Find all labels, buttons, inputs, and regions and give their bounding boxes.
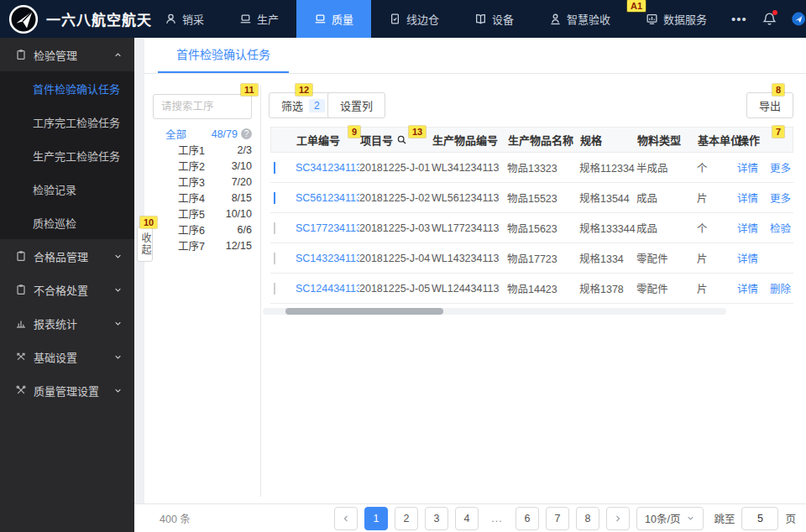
process-filter-item[interactable]: 工序6 6/6 <box>153 222 252 237</box>
tab-bar: 首件检验确认任务 <box>144 38 806 74</box>
page-button[interactable]: 4 <box>455 507 479 530</box>
row-checkbox[interactable] <box>274 162 275 174</box>
detail-link[interactable]: 详情 <box>737 250 758 266</box>
row-checkbox[interactable] <box>274 192 275 204</box>
tab-first-article-inspection[interactable]: 首件检验确认任务 <box>158 45 289 73</box>
page-button[interactable]: 7 <box>546 507 569 530</box>
item-name: 物品15523 <box>507 190 579 206</box>
process-filter-item[interactable]: 工序7 12/15 <box>153 237 252 253</box>
filter-count-badge: 2 <box>309 99 325 112</box>
top-nav-item[interactable]: 线边仓 <box>371 0 457 38</box>
material-type: 零配件 <box>636 280 697 296</box>
process-filter-item[interactable]: 工序3 7/20 <box>153 174 252 190</box>
column-header: 生产物品名称 <box>508 132 580 148</box>
process-filter-item[interactable]: 工序2 3/10 <box>153 158 252 174</box>
base-unit: 片 <box>697 190 737 206</box>
process-filter-item[interactable]: 工序4 8/15 <box>153 190 252 206</box>
main-panel: 首件检验确认任务 筛选 2 设置列 导出 全部 48/79 <box>144 38 806 503</box>
sidebar-group-label: 报表统计 <box>34 316 107 331</box>
sidebar-group[interactable]: 不合格处置 <box>0 273 134 306</box>
process-filter-item[interactable]: 工序1 2/3 <box>153 142 252 158</box>
top-nav-item[interactable]: 销采 <box>147 0 222 38</box>
sidebar-group[interactable]: 基础设置 <box>0 340 134 373</box>
sidebar-subitem[interactable]: 首件检验确认任务 <box>0 71 134 105</box>
user-menu[interactable]: 吴东阳 <box>792 0 806 43</box>
collapse-panel-button[interactable]: 收起 <box>137 227 153 262</box>
chevron-up-icon <box>113 50 123 60</box>
detail-link[interactable]: 详情 <box>737 190 758 206</box>
project-no: 20181225-J-04 <box>359 253 432 264</box>
som-badge: 10 <box>140 216 157 228</box>
sidebar-subitem[interactable]: 质检巡检 <box>0 206 134 239</box>
sidebar-group-inspection[interactable]: 检验管理 <box>0 38 134 71</box>
spec: 规格133344 <box>579 220 636 236</box>
export-button[interactable]: 导出 <box>746 92 793 118</box>
sidebar-group[interactable]: 质量管理设置 <box>0 373 134 407</box>
chevron-down-icon <box>113 352 123 362</box>
som-badge: 8 <box>772 84 784 96</box>
process-filter-item[interactable]: 工序5 10/10 <box>153 206 252 222</box>
pagination-footer: 400 条 1 2 3 <box>134 503 806 532</box>
panel-divider <box>260 86 261 497</box>
page-button[interactable]: ... <box>485 507 509 530</box>
som-badge: 7 <box>772 126 784 138</box>
work-order-link[interactable]: SC124434113 <box>296 283 359 295</box>
page-button[interactable]: 1 <box>364 507 388 530</box>
detail-link[interactable]: 详情 <box>737 280 758 296</box>
nav-item-icon <box>549 13 562 25</box>
column-settings-button[interactable]: 设置列 <box>327 92 385 118</box>
help-icon[interactable] <box>241 128 252 139</box>
column-header: 操作 <box>738 132 793 148</box>
nav-item-icon <box>474 13 487 25</box>
sidebar-group-icon <box>15 284 27 295</box>
more-action-link[interactable]: 删除 <box>770 280 791 296</box>
search-icon[interactable] <box>396 134 407 145</box>
notification-dot <box>772 10 777 15</box>
top-nav-item[interactable]: 质量 <box>296 0 371 38</box>
sidebar-submenu: 首件检验确认任务 工序完工检验任务 生产完工检验任务 检验记录 质检巡检 <box>0 71 134 239</box>
clipboard-icon <box>15 49 27 60</box>
horizontal-scrollbar-thumb[interactable] <box>285 308 443 315</box>
process-count: 8/15 <box>232 192 252 204</box>
notification-bell-icon[interactable] <box>762 12 777 26</box>
process-filter-all[interactable]: 全部 48/79 <box>153 126 252 142</box>
work-order-link[interactable]: SC177234113 <box>296 222 359 234</box>
row-checkbox[interactable] <box>274 253 275 264</box>
sidebar-subitem-label: 检验记录 <box>33 181 76 197</box>
more-action-link[interactable]: 检验 <box>770 220 791 236</box>
top-nav-item[interactable]: 智慧验收 <box>531 0 628 38</box>
top-navbar: 一六八航空航天 销采 生产 质量 <box>0 0 806 38</box>
som-badge: 12 <box>296 84 312 96</box>
sidebar-groups: 合格品管理 不合格处置 报表统计 基础设置 <box>0 239 134 407</box>
detail-link[interactable]: 详情 <box>737 159 758 175</box>
total-count: 400 条 <box>160 510 191 526</box>
sidebar-group[interactable]: 合格品管理 <box>0 239 134 273</box>
prev-page-button[interactable] <box>334 507 358 530</box>
item-name: 物品15623 <box>507 220 579 236</box>
process-search-input[interactable] <box>153 94 252 119</box>
page-button[interactable]: 8 <box>576 507 599 530</box>
next-page-button[interactable] <box>606 507 630 530</box>
sidebar-group[interactable]: 报表统计 <box>0 306 134 340</box>
sidebar-subitem[interactable]: 检验记录 <box>0 172 134 206</box>
top-nav-item[interactable]: 生产 <box>222 0 296 38</box>
sidebar-subitem[interactable]: 生产完工检验任务 <box>0 138 134 172</box>
more-action-link[interactable]: 更多 <box>770 159 791 175</box>
detail-link[interactable]: 详情 <box>737 220 758 236</box>
page-button[interactable]: 6 <box>516 507 539 530</box>
work-order-link[interactable]: SC561234113 <box>296 192 359 204</box>
page-size-select[interactable]: 10条/页 <box>636 507 704 530</box>
row-checkbox[interactable] <box>274 283 275 295</box>
work-order-link[interactable]: SC143234113 <box>296 253 359 264</box>
sidebar-group-label: 基础设置 <box>34 349 107 365</box>
work-order-link[interactable]: SC341234113 <box>296 162 359 174</box>
row-checkbox[interactable] <box>274 222 275 234</box>
more-action-link[interactable]: 更多 <box>770 190 791 206</box>
jump-page-input[interactable] <box>741 507 778 530</box>
process-count: 2/3 <box>238 144 252 156</box>
page-button[interactable]: 2 <box>395 507 418 530</box>
top-nav-item[interactable]: 设备 <box>457 0 531 38</box>
more-menu-icon[interactable]: ••• <box>731 12 747 26</box>
sidebar-subitem[interactable]: 工序完工检验任务 <box>0 105 134 138</box>
page-button[interactable]: 3 <box>425 507 448 530</box>
